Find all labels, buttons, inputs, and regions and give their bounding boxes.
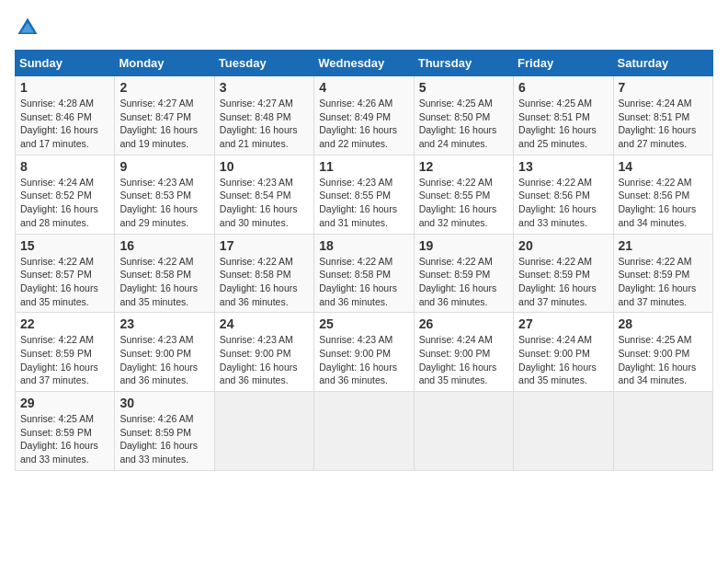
day-number: 17 bbox=[220, 238, 309, 253]
day-info: Sunrise: 4:22 AM Sunset: 8:58 PM Dayligh… bbox=[220, 255, 309, 309]
header-row: SundayMondayTuesdayWednesdayThursdayFrid… bbox=[16, 51, 713, 76]
week-row-4: 22Sunrise: 4:22 AM Sunset: 8:59 PM Dayli… bbox=[16, 313, 713, 392]
day-info: Sunrise: 4:23 AM Sunset: 8:54 PM Dayligh… bbox=[220, 176, 309, 230]
day-number: 12 bbox=[419, 159, 508, 174]
day-number: 20 bbox=[518, 238, 608, 253]
day-info: Sunrise: 4:22 AM Sunset: 8:57 PM Dayligh… bbox=[20, 255, 109, 309]
day-info: Sunrise: 4:22 AM Sunset: 8:59 PM Dayligh… bbox=[419, 255, 508, 309]
calendar-cell: 26Sunrise: 4:24 AM Sunset: 9:00 PM Dayli… bbox=[414, 313, 513, 392]
calendar-cell: 12Sunrise: 4:22 AM Sunset: 8:55 PM Dayli… bbox=[414, 155, 513, 234]
calendar-header: SundayMondayTuesdayWednesdayThursdayFrid… bbox=[16, 51, 713, 76]
day-number: 23 bbox=[119, 316, 209, 331]
day-number: 9 bbox=[119, 159, 209, 174]
header-saturday: Saturday bbox=[613, 51, 712, 76]
calendar-cell: 19Sunrise: 4:22 AM Sunset: 8:59 PM Dayli… bbox=[414, 234, 513, 313]
day-number: 29 bbox=[20, 396, 109, 410]
day-info: Sunrise: 4:22 AM Sunset: 8:59 PM Dayligh… bbox=[518, 255, 608, 309]
calendar-cell: 30Sunrise: 4:26 AM Sunset: 8:59 PM Dayli… bbox=[115, 392, 214, 471]
calendar-cell: 4Sunrise: 4:26 AM Sunset: 8:49 PM Daylig… bbox=[314, 76, 414, 155]
week-row-1: 1Sunrise: 4:28 AM Sunset: 8:46 PM Daylig… bbox=[16, 76, 713, 155]
day-info: Sunrise: 4:27 AM Sunset: 8:48 PM Dayligh… bbox=[220, 97, 309, 151]
calendar-cell: 22Sunrise: 4:22 AM Sunset: 8:59 PM Dayli… bbox=[16, 313, 115, 392]
day-number: 19 bbox=[419, 238, 508, 253]
calendar-cell bbox=[514, 392, 613, 471]
calendar-cell bbox=[314, 392, 414, 471]
calendar-cell: 27Sunrise: 4:24 AM Sunset: 9:00 PM Dayli… bbox=[514, 313, 613, 392]
day-number: 25 bbox=[319, 316, 408, 331]
day-info: Sunrise: 4:22 AM Sunset: 8:55 PM Dayligh… bbox=[419, 176, 508, 230]
day-info: Sunrise: 4:22 AM Sunset: 8:59 PM Dayligh… bbox=[20, 333, 109, 387]
day-info: Sunrise: 4:26 AM Sunset: 8:59 PM Dayligh… bbox=[119, 412, 209, 466]
day-number: 3 bbox=[220, 80, 309, 95]
day-info: Sunrise: 4:23 AM Sunset: 9:00 PM Dayligh… bbox=[119, 333, 209, 387]
day-number: 2 bbox=[119, 80, 209, 95]
day-number: 15 bbox=[20, 238, 109, 253]
calendar-cell: 6Sunrise: 4:25 AM Sunset: 8:51 PM Daylig… bbox=[514, 76, 613, 155]
week-row-2: 8Sunrise: 4:24 AM Sunset: 8:52 PM Daylig… bbox=[16, 155, 713, 234]
day-info: Sunrise: 4:22 AM Sunset: 8:56 PM Dayligh… bbox=[518, 176, 608, 230]
calendar-cell: 13Sunrise: 4:22 AM Sunset: 8:56 PM Dayli… bbox=[514, 155, 613, 234]
day-info: Sunrise: 4:23 AM Sunset: 8:53 PM Dayligh… bbox=[119, 176, 209, 230]
calendar-cell: 11Sunrise: 4:23 AM Sunset: 8:55 PM Dayli… bbox=[314, 155, 414, 234]
calendar-cell: 29Sunrise: 4:25 AM Sunset: 8:59 PM Dayli… bbox=[16, 392, 115, 471]
calendar-table: SundayMondayTuesdayWednesdayThursdayFrid… bbox=[15, 50, 713, 471]
day-info: Sunrise: 4:23 AM Sunset: 8:55 PM Dayligh… bbox=[319, 176, 408, 230]
day-number: 30 bbox=[119, 396, 209, 410]
calendar-cell bbox=[613, 392, 712, 471]
day-number: 18 bbox=[319, 238, 408, 253]
day-number: 27 bbox=[518, 316, 608, 331]
day-number: 21 bbox=[619, 238, 708, 253]
day-number: 16 bbox=[119, 238, 209, 253]
day-number: 14 bbox=[619, 159, 708, 174]
day-info: Sunrise: 4:25 AM Sunset: 8:59 PM Dayligh… bbox=[20, 412, 109, 466]
header-monday: Monday bbox=[115, 51, 214, 76]
day-info: Sunrise: 4:24 AM Sunset: 9:00 PM Dayligh… bbox=[518, 333, 608, 387]
week-row-3: 15Sunrise: 4:22 AM Sunset: 8:57 PM Dayli… bbox=[16, 234, 713, 313]
calendar-cell: 15Sunrise: 4:22 AM Sunset: 8:57 PM Dayli… bbox=[16, 234, 115, 313]
day-number: 26 bbox=[419, 316, 508, 331]
day-info: Sunrise: 4:27 AM Sunset: 8:47 PM Dayligh… bbox=[119, 97, 209, 151]
header-tuesday: Tuesday bbox=[214, 51, 313, 76]
day-info: Sunrise: 4:25 AM Sunset: 8:50 PM Dayligh… bbox=[419, 97, 508, 151]
calendar-cell: 9Sunrise: 4:23 AM Sunset: 8:53 PM Daylig… bbox=[115, 155, 214, 234]
calendar-cell: 25Sunrise: 4:23 AM Sunset: 9:00 PM Dayli… bbox=[314, 313, 414, 392]
calendar-cell: 3Sunrise: 4:27 AM Sunset: 8:48 PM Daylig… bbox=[214, 76, 313, 155]
calendar-cell: 1Sunrise: 4:28 AM Sunset: 8:46 PM Daylig… bbox=[16, 76, 115, 155]
day-info: Sunrise: 4:24 AM Sunset: 9:00 PM Dayligh… bbox=[419, 333, 508, 387]
calendar-cell: 16Sunrise: 4:22 AM Sunset: 8:58 PM Dayli… bbox=[115, 234, 214, 313]
header-friday: Friday bbox=[514, 51, 613, 76]
calendar-cell: 24Sunrise: 4:23 AM Sunset: 9:00 PM Dayli… bbox=[214, 313, 313, 392]
calendar-cell: 14Sunrise: 4:22 AM Sunset: 8:56 PM Dayli… bbox=[613, 155, 712, 234]
calendar-cell: 5Sunrise: 4:25 AM Sunset: 8:50 PM Daylig… bbox=[414, 76, 513, 155]
day-number: 6 bbox=[518, 80, 608, 95]
day-info: Sunrise: 4:23 AM Sunset: 9:00 PM Dayligh… bbox=[220, 333, 309, 387]
day-info: Sunrise: 4:24 AM Sunset: 8:52 PM Dayligh… bbox=[20, 176, 109, 230]
day-info: Sunrise: 4:26 AM Sunset: 8:49 PM Dayligh… bbox=[319, 97, 408, 151]
calendar-cell: 2Sunrise: 4:27 AM Sunset: 8:47 PM Daylig… bbox=[115, 76, 214, 155]
day-info: Sunrise: 4:23 AM Sunset: 9:00 PM Dayligh… bbox=[319, 333, 408, 387]
day-number: 24 bbox=[220, 316, 309, 331]
calendar-body: 1Sunrise: 4:28 AM Sunset: 8:46 PM Daylig… bbox=[16, 76, 713, 471]
day-number: 10 bbox=[220, 159, 309, 174]
day-number: 1 bbox=[20, 80, 109, 95]
day-number: 28 bbox=[619, 316, 708, 331]
day-info: Sunrise: 4:25 AM Sunset: 9:00 PM Dayligh… bbox=[619, 333, 708, 387]
day-info: Sunrise: 4:22 AM Sunset: 8:56 PM Dayligh… bbox=[619, 176, 708, 230]
calendar-cell: 20Sunrise: 4:22 AM Sunset: 8:59 PM Dayli… bbox=[514, 234, 613, 313]
day-number: 7 bbox=[619, 80, 708, 95]
calendar-cell bbox=[214, 392, 313, 471]
day-number: 22 bbox=[20, 316, 109, 331]
day-number: 4 bbox=[319, 80, 408, 95]
calendar-cell: 28Sunrise: 4:25 AM Sunset: 9:00 PM Dayli… bbox=[613, 313, 712, 392]
day-info: Sunrise: 4:22 AM Sunset: 8:59 PM Dayligh… bbox=[619, 255, 708, 309]
day-info: Sunrise: 4:22 AM Sunset: 8:58 PM Dayligh… bbox=[119, 255, 209, 309]
logo-icon bbox=[15, 15, 40, 40]
calendar-cell: 10Sunrise: 4:23 AM Sunset: 8:54 PM Dayli… bbox=[214, 155, 313, 234]
logo bbox=[15, 15, 44, 40]
calendar-cell: 23Sunrise: 4:23 AM Sunset: 9:00 PM Dayli… bbox=[115, 313, 214, 392]
calendar-cell bbox=[414, 392, 513, 471]
day-info: Sunrise: 4:24 AM Sunset: 8:51 PM Dayligh… bbox=[619, 97, 708, 151]
calendar-cell: 17Sunrise: 4:22 AM Sunset: 8:58 PM Dayli… bbox=[214, 234, 313, 313]
calendar-cell: 7Sunrise: 4:24 AM Sunset: 8:51 PM Daylig… bbox=[613, 76, 712, 155]
calendar-cell: 21Sunrise: 4:22 AM Sunset: 8:59 PM Dayli… bbox=[613, 234, 712, 313]
